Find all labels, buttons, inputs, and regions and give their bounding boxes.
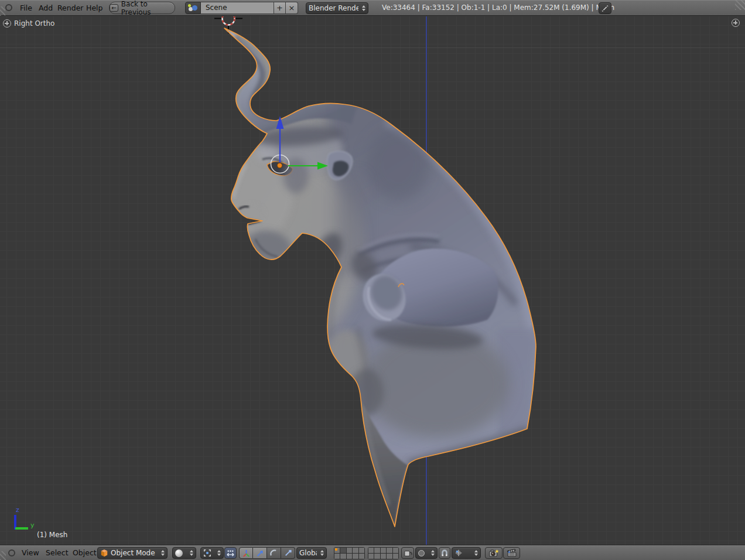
orientation-value: Global xyxy=(299,549,317,557)
mode-value: Object Mode xyxy=(111,549,155,557)
scene-datablock: Scene + × xyxy=(185,2,298,14)
toolshelf-toggle-icon[interactable] xyxy=(3,19,11,28)
menu-object[interactable]: Object xyxy=(70,545,99,560)
mini-axis-y-bar xyxy=(15,527,28,530)
object-origin-dot xyxy=(277,163,282,168)
mini-axis-y-label: y xyxy=(30,521,35,529)
shading-sphere-icon xyxy=(175,549,183,557)
back-button-label: Back to Previous xyxy=(121,0,175,16)
layer-1[interactable] xyxy=(334,548,340,553)
layers-group-2[interactable] xyxy=(368,547,399,559)
lock-icon xyxy=(404,549,412,558)
object-mode-cube-icon xyxy=(100,549,108,557)
centers-arrows-icon xyxy=(226,549,235,558)
viewport-shading-select[interactable] xyxy=(172,547,196,559)
view-name-label: Right Ortho xyxy=(14,19,54,28)
editor-type-icon[interactable] xyxy=(5,4,12,11)
editor-type-icon[interactable] xyxy=(8,549,15,556)
engine-value: Blender Render xyxy=(309,4,358,12)
info-header: File Add Render Help ← Back to Previous … xyxy=(0,0,745,16)
selected-object-minotaur[interactable] xyxy=(224,28,551,527)
menu-file[interactable]: File xyxy=(18,0,35,16)
menu-help[interactable]: Help xyxy=(84,0,105,16)
transform-orientation-select[interactable]: Global xyxy=(296,547,327,559)
scale-icon xyxy=(283,549,292,558)
magnet-icon xyxy=(440,549,449,557)
active-object-label: (1) Mesh xyxy=(37,531,67,539)
pivot-point-select[interactable] xyxy=(200,547,224,559)
scene-statistics: Ve:33464 | Fa:33152 | Ob:1-1 | La:0 | Me… xyxy=(382,0,614,16)
scene-name-field[interactable]: Scene xyxy=(201,2,274,14)
scene-browse-button[interactable] xyxy=(185,2,201,14)
render-camera-icon xyxy=(488,548,499,558)
corner-grip-bottom-left[interactable] xyxy=(0,551,6,560)
layer-2[interactable] xyxy=(340,548,346,553)
menu-add[interactable]: Add xyxy=(36,0,55,16)
render-engine-select[interactable]: Blender Render xyxy=(306,2,368,14)
clapperboard-icon xyxy=(507,548,517,558)
menu-select[interactable]: Select xyxy=(43,545,71,560)
manipulate-centers-toggle[interactable] xyxy=(224,547,237,559)
resize-arrows-icon xyxy=(602,5,609,12)
updown-arrows-icon xyxy=(361,5,365,11)
corner-grip-top-right[interactable] xyxy=(735,0,745,10)
scale-manipulator-button[interactable] xyxy=(281,547,295,559)
opengl-render-button[interactable] xyxy=(485,547,503,559)
blender-window: File Add Render Help ← Back to Previous … xyxy=(0,0,745,560)
menu-view[interactable]: View xyxy=(19,545,42,560)
scene-add-button[interactable]: + xyxy=(274,2,286,14)
mode-select[interactable]: Object Mode xyxy=(97,547,168,559)
scene-canvas[interactable] xyxy=(0,16,745,545)
view3d-header: View Select Object Object Mode xyxy=(0,545,745,560)
snap-increment-icon xyxy=(454,549,463,557)
mini-axis-z-label: z xyxy=(16,506,19,514)
manipulator-buttons xyxy=(239,547,295,559)
scene-unlink-button[interactable]: × xyxy=(286,2,298,14)
manipulator-toggle-button[interactable] xyxy=(239,547,253,559)
axis-tripod-icon xyxy=(242,549,251,558)
body-shading xyxy=(225,30,551,527)
layers-group-1[interactable] xyxy=(334,547,365,559)
rotate-manipulator-button[interactable] xyxy=(267,547,281,559)
snap-element-select[interactable] xyxy=(452,547,481,559)
properties-shelf-toggle-icon[interactable] xyxy=(732,19,740,27)
translate-manipulator-button[interactable] xyxy=(253,547,267,559)
snap-toggle-button[interactable] xyxy=(439,547,450,559)
pivot-icon xyxy=(203,549,211,557)
viewport-3d[interactable]: Right Ortho z y (1) Mesh xyxy=(0,16,745,545)
opengl-render-anim-button[interactable] xyxy=(503,547,520,559)
back-to-previous-button[interactable]: ← Back to Previous xyxy=(109,2,175,14)
proportional-circle-icon xyxy=(418,550,425,556)
menu-render[interactable]: Render xyxy=(55,0,86,16)
corner-grip-top-left[interactable] xyxy=(0,6,5,16)
back-arrow-icon: ← xyxy=(110,4,118,12)
translate-arrow-icon xyxy=(255,549,264,558)
lock-to-scene-button[interactable] xyxy=(401,547,414,559)
rotate-arc-icon xyxy=(269,549,278,558)
window-duplicate-button[interactable] xyxy=(599,2,611,14)
proportional-edit-select[interactable] xyxy=(415,547,438,559)
